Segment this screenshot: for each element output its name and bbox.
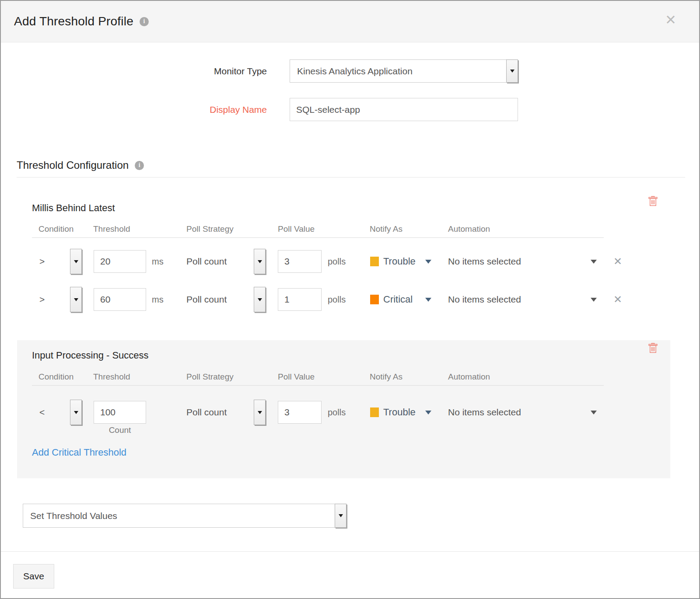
footer-divider [1, 551, 699, 552]
column-threshold: Threshold [93, 224, 130, 234]
section-divider [17, 177, 685, 178]
threshold-input[interactable] [94, 288, 146, 311]
condition-value: > [39, 250, 45, 273]
monitor-type-label: Monitor Type [1, 59, 267, 83]
poll-value-input[interactable] [278, 401, 322, 424]
column-automation: Automation [448, 224, 490, 234]
column-poll-strategy: Poll Strategy [186, 224, 234, 234]
threshold-sublabel: Count [94, 425, 146, 435]
info-icon[interactable]: i [140, 17, 149, 26]
threshold-mode-select[interactable]: Set Threshold Values [23, 504, 346, 528]
remove-row-icon[interactable]: ✕ [613, 288, 622, 311]
metric-title: Millis Behind Latest [32, 202, 115, 214]
column-poll-value: Poll Value [278, 224, 315, 234]
automation-dropdown[interactable]: No items selected [448, 401, 521, 424]
display-name-label-text: Display Name [210, 104, 267, 115]
condition-dropdown-button[interactable] [70, 287, 82, 312]
severity-dropdown[interactable]: Trouble [383, 250, 416, 273]
automation-dropdown[interactable]: No items selected [448, 250, 521, 273]
condition-value: < [39, 401, 45, 424]
triangle-glyph [74, 260, 78, 263]
column-headers: Condition Threshold Poll Strategy Poll V… [1, 372, 699, 383]
poll-value-input[interactable] [278, 288, 322, 311]
column-threshold: Threshold [93, 372, 130, 382]
close-icon[interactable]: ✕ [665, 13, 676, 27]
monitor-type-label-text: Monitor Type [214, 66, 267, 77]
poll-strategy-dropdown-button[interactable] [254, 400, 266, 425]
save-button[interactable]: Save [13, 564, 54, 589]
column-poll-strategy: Poll Strategy [186, 372, 234, 382]
section-title-text: Threshold Configuration [17, 159, 129, 171]
threshold-unit: ms [152, 250, 164, 273]
add-critical-threshold-link[interactable]: Add Critical Threshold [32, 447, 126, 458]
display-name-label: Display Name [1, 98, 267, 121]
triangle-glyph [74, 298, 78, 301]
condition-dropdown-button[interactable] [70, 249, 82, 274]
automation-dropdown[interactable]: No items selected [448, 288, 521, 311]
header-divider [32, 385, 604, 386]
info-icon[interactable]: i [135, 161, 144, 170]
triangle-glyph [258, 411, 262, 414]
column-headers: Condition Threshold Poll Strategy Poll V… [1, 224, 699, 236]
header-divider [32, 237, 604, 238]
condition-dropdown-button[interactable] [70, 400, 82, 425]
severity-color-swatch [370, 288, 379, 311]
threshold-row: > ms Poll count polls Critical No items … [1, 288, 699, 311]
threshold-mode-value: Set Threshold Values [30, 511, 117, 521]
column-condition: Condition [38, 224, 74, 234]
threshold-row: > ms Poll count polls Trouble No items s… [1, 250, 699, 273]
chevron-down-icon[interactable] [591, 250, 597, 273]
triangle-glyph [258, 260, 262, 263]
chevron-down-icon[interactable] [335, 504, 346, 528]
column-poll-value: Poll Value [278, 372, 315, 382]
threshold-row: < Poll count polls Trouble No items sele… [1, 401, 699, 424]
column-notify-as: Notify As [370, 372, 402, 382]
triangle-glyph [74, 411, 78, 414]
severity-dropdown[interactable]: Trouble [383, 401, 416, 424]
chevron-down-icon[interactable] [506, 59, 518, 83]
trash-icon[interactable] [648, 196, 658, 208]
metric-title: Input Processing - Success [32, 350, 149, 361]
chevron-down-icon[interactable] [591, 288, 597, 311]
severity-color-swatch [370, 250, 379, 273]
poll-strategy-value: Poll count [186, 250, 227, 273]
monitor-type-select[interactable]: Kinesis Analytics Application [290, 59, 518, 83]
severity-color-swatch [370, 401, 379, 424]
threshold-input[interactable] [94, 250, 146, 273]
poll-value-input[interactable] [278, 250, 322, 273]
chevron-down-icon[interactable] [425, 401, 431, 424]
triangle-glyph [339, 514, 343, 517]
threshold-unit: ms [152, 288, 164, 311]
triangle-glyph [510, 70, 514, 73]
poll-strategy-value: Poll count [186, 288, 227, 311]
column-notify-as: Notify As [370, 224, 402, 234]
add-threshold-profile-dialog: Add Threshold Profile i ✕ Monitor Type K… [0, 0, 700, 599]
chevron-down-icon[interactable] [425, 288, 431, 311]
page-title: Add Threshold Profile [14, 14, 133, 28]
poll-strategy-dropdown-button[interactable] [254, 249, 266, 274]
info-glyph: i [144, 18, 145, 24]
dialog-header: Add Threshold Profile i ✕ [1, 1, 699, 42]
column-condition: Condition [38, 372, 74, 382]
poll-value-unit: polls [328, 401, 346, 424]
threshold-input[interactable] [94, 401, 146, 424]
chevron-down-icon[interactable] [591, 401, 597, 424]
section-title: Threshold Configuration i [17, 158, 144, 172]
chevron-down-icon[interactable] [425, 250, 431, 273]
condition-value: > [39, 288, 45, 311]
poll-strategy-value: Poll count [186, 401, 227, 424]
severity-dropdown[interactable]: Critical [383, 288, 413, 311]
remove-row-icon[interactable]: ✕ [613, 250, 622, 273]
trash-icon[interactable] [648, 343, 658, 355]
display-name-input[interactable] [290, 98, 518, 121]
column-automation: Automation [448, 372, 490, 382]
monitor-type-value: Kinesis Analytics Application [297, 66, 413, 77]
poll-value-unit: polls [328, 250, 346, 273]
poll-strategy-dropdown-button[interactable] [254, 287, 266, 312]
info-glyph: i [139, 162, 140, 168]
poll-value-unit: polls [328, 288, 346, 311]
triangle-glyph [258, 298, 262, 301]
